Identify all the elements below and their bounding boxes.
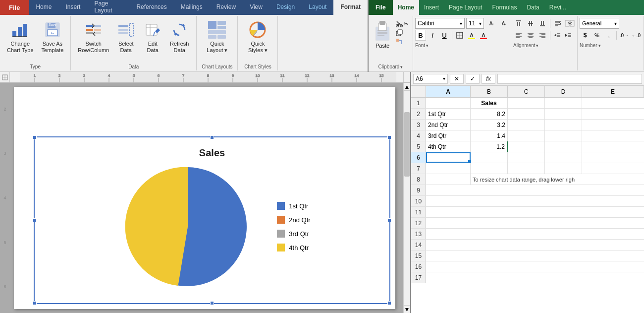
cancel-formula-button[interactable]: ✕ [450, 74, 464, 84]
cell-a3[interactable]: 2nd Qtr [426, 120, 471, 130]
font-size-input[interactable]: 11 ▾ [466, 18, 484, 29]
tab-layout[interactable]: Layout [302, 0, 333, 15]
cell-d7[interactable] [545, 163, 582, 174]
underline-button[interactable]: U [439, 30, 450, 41]
center-align-button[interactable] [525, 30, 536, 41]
fill-color-button[interactable]: A [466, 30, 477, 41]
tab-insert[interactable]: Insert [58, 0, 87, 15]
file-tab[interactable]: File [0, 0, 29, 15]
refresh-data-button[interactable]: RefreshData [166, 18, 192, 56]
cell-a7[interactable] [426, 163, 471, 174]
increase-decimal-button[interactable]: .0→ [619, 30, 630, 41]
cell-a5[interactable]: 4th Qtr [426, 141, 471, 152]
excel-review-tab[interactable]: Revi... [544, 0, 571, 15]
col-header-e[interactable]: E [582, 86, 644, 97]
excel-insert-tab[interactable]: Insert [419, 0, 444, 15]
cell-b6[interactable] [471, 152, 508, 163]
align-top-button[interactable] [513, 18, 524, 29]
quick-styles-button[interactable]: QuickStyles ▾ [243, 18, 272, 56]
number-format-select[interactable]: General ▾ [580, 18, 619, 29]
tab-mailings[interactable]: Mailings [174, 0, 210, 15]
cell-e5[interactable] [582, 141, 644, 152]
tab-format[interactable]: Format [333, 0, 368, 15]
accounting-format-button[interactable]: $ [580, 30, 590, 41]
merge-cells-button[interactable] [564, 18, 575, 29]
align-bottom-button[interactable] [537, 18, 548, 29]
switch-row-column-button[interactable]: SwitchRow/Column [75, 18, 112, 56]
left-align-button[interactable] [513, 30, 524, 41]
increase-font-button[interactable]: A+ [485, 19, 496, 28]
cell-e3[interactable] [582, 120, 644, 130]
fx-button[interactable]: fx [482, 74, 495, 84]
cell-e4[interactable] [582, 130, 644, 141]
doc-scrollbar[interactable]: ▲ ▼ [403, 83, 410, 313]
excel-formulas-tab[interactable]: Formulas [487, 0, 522, 15]
cell-c2[interactable] [508, 109, 545, 119]
font-color-button[interactable]: A [478, 30, 489, 41]
col-header-a[interactable]: A [426, 86, 471, 97]
excel-page-layout-tab[interactable]: Page Layout [444, 0, 487, 15]
cell-a6[interactable] [426, 152, 471, 163]
bold-button[interactable]: B [415, 30, 426, 41]
cell-d5[interactable] [545, 141, 582, 152]
tab-review[interactable]: Review [210, 0, 243, 15]
cell-d6[interactable] [545, 152, 582, 163]
cell-b1[interactable]: Sales [471, 98, 508, 108]
border-button[interactable] [454, 30, 465, 41]
tab-home[interactable]: Home [29, 0, 58, 15]
tab-page-layout[interactable]: Page Layout [87, 0, 129, 15]
cell-d1[interactable] [545, 98, 582, 108]
decrease-decimal-button[interactable]: ←.0 [631, 30, 642, 41]
tab-view[interactable]: View [243, 0, 269, 15]
col-header-b[interactable]: B [471, 86, 508, 97]
cell-b3[interactable]: 3.2 [471, 120, 508, 130]
indent-decrease-button[interactable] [552, 31, 562, 39]
tab-references[interactable]: References [129, 0, 173, 15]
font-name-input[interactable]: Calibri ▾ [415, 18, 465, 29]
right-align-button[interactable] [537, 30, 548, 41]
indent-increase-button[interactable] [563, 31, 573, 39]
cell-e2[interactable] [582, 109, 644, 119]
col-header-d[interactable]: D [545, 86, 582, 97]
cell-e7[interactable] [582, 163, 644, 174]
cell-d3[interactable] [545, 120, 582, 130]
cell-d4[interactable] [545, 130, 582, 141]
cell-b2[interactable]: 8.2 [471, 109, 508, 119]
cell-c7[interactable] [508, 163, 545, 174]
percent-button[interactable]: % [591, 30, 602, 41]
comma-style-button[interactable]: , [603, 30, 614, 41]
chart-container[interactable]: Sales [34, 136, 390, 304]
col-header-c[interactable]: C [508, 86, 545, 97]
select-data-button[interactable]: SelectData [113, 18, 139, 56]
cell-e1[interactable] [582, 98, 644, 108]
cell-d2[interactable] [545, 109, 582, 119]
wrap-text-button[interactable] [552, 18, 563, 29]
excel-data-tab[interactable]: Data [522, 0, 544, 15]
cell-b5[interactable]: 1.2 [471, 141, 508, 152]
cell-a1[interactable] [426, 98, 471, 108]
excel-home-tab[interactable]: Home [393, 0, 419, 15]
cell-c3[interactable] [508, 120, 545, 130]
formula-input[interactable] [497, 74, 642, 84]
edit-data-button[interactable]: EditData [140, 18, 165, 56]
cell-b7[interactable] [471, 163, 508, 174]
format-painter-button[interactable] [394, 38, 410, 46]
cell-c6[interactable] [508, 152, 545, 163]
change-chart-type-button[interactable]: ChangeChart Type [4, 18, 37, 56]
cell-c1[interactable] [508, 98, 545, 108]
cell-ref-box[interactable]: A6 ▾ [413, 74, 448, 84]
cut-button[interactable]: ✂ [394, 20, 410, 28]
copy-button[interactable] [394, 29, 410, 37]
decrease-font-button[interactable]: A- [498, 19, 509, 28]
align-middle-button[interactable] [525, 18, 536, 29]
tab-design[interactable]: Design [269, 0, 302, 15]
cell-a4[interactable]: 3rd Qtr [426, 130, 471, 141]
cell-b4[interactable]: 1.4 [471, 130, 508, 141]
save-as-template-button[interactable]: Save As Save AsTemplate [39, 18, 67, 56]
cell-a2[interactable]: 1st Qtr [426, 109, 471, 119]
cell-a8[interactable] [426, 174, 471, 185]
paste-button[interactable]: Paste [372, 18, 393, 50]
confirm-formula-button[interactable]: ✓ [466, 74, 480, 84]
cell-c4[interactable] [508, 130, 545, 141]
italic-button[interactable]: I [427, 30, 438, 41]
